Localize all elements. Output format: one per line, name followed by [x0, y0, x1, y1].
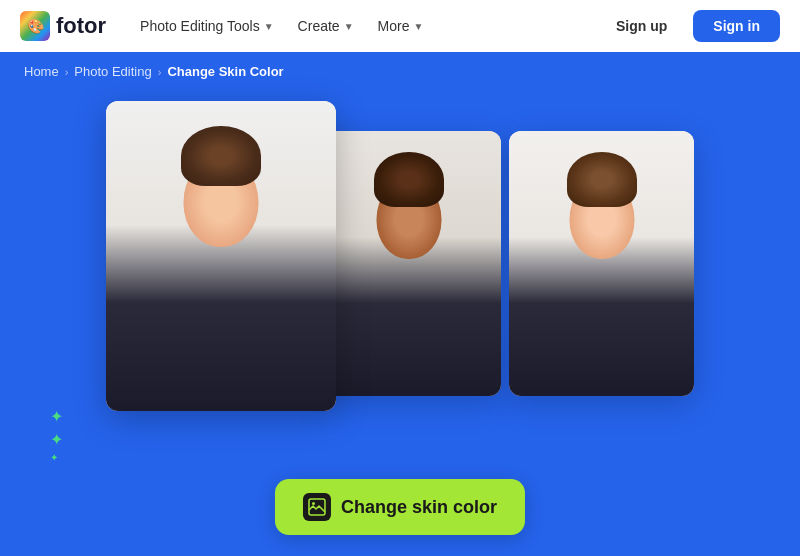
breadcrumb-current: Change Skin Color [167, 64, 283, 79]
main-nav: Photo Editing Tools ▼ Create ▼ More ▼ [130, 12, 578, 40]
photo-card-dark [316, 131, 501, 396]
photos-container [106, 101, 694, 411]
cta-container: Change skin color [275, 479, 525, 535]
image-icon [308, 498, 326, 516]
signup-button[interactable]: Sign up [602, 12, 681, 40]
breadcrumb-separator: › [65, 66, 69, 78]
star-decoration: ✦ ✦ ✦ [50, 406, 63, 465]
photo-card-group [316, 131, 694, 396]
nav-more[interactable]: More ▼ [368, 12, 434, 40]
breadcrumb-photo-editing[interactable]: Photo Editing [74, 64, 151, 79]
header: 🎨 fotor Photo Editing Tools ▼ Create ▼ M… [0, 0, 800, 52]
breadcrumb-separator-2: › [158, 66, 162, 78]
header-actions: Sign up Sign in [602, 10, 780, 42]
main-content: AI ✦ ✦ ✦ [0, 91, 800, 555]
logo-text: fotor [56, 13, 106, 39]
nav-photo-editing[interactable]: Photo Editing Tools ▼ [130, 12, 284, 40]
photo-card-light [509, 131, 694, 396]
breadcrumb: Home › Photo Editing › Change Skin Color [0, 52, 800, 91]
chevron-down-icon: ▼ [413, 21, 423, 32]
change-skin-color-button[interactable]: Change skin color [275, 479, 525, 535]
portrait-dark [316, 131, 501, 396]
photo-card-original [106, 101, 336, 411]
portrait-original [106, 101, 336, 411]
chevron-down-icon: ▼ [264, 21, 274, 32]
cta-icon [303, 493, 331, 521]
breadcrumb-home[interactable]: Home [24, 64, 59, 79]
chevron-down-icon: ▼ [344, 21, 354, 32]
svg-point-1 [312, 502, 315, 505]
logo-icon: 🎨 [20, 11, 50, 41]
signin-button[interactable]: Sign in [693, 10, 780, 42]
portrait-light [509, 131, 694, 396]
ai-watermark: AI [60, 405, 162, 515]
nav-create[interactable]: Create ▼ [288, 12, 364, 40]
logo[interactable]: 🎨 fotor [20, 11, 106, 41]
